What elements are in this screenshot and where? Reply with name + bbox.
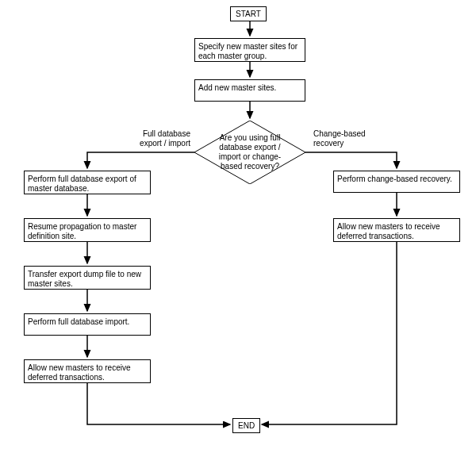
add-text: Add new master sites. [198, 83, 276, 93]
right-branch-label: Change-based recovery [313, 129, 385, 148]
left-step-3: Transfer export dump file to new master … [24, 266, 151, 290]
end-node: END [232, 418, 260, 433]
left-branch-label: Full database export / import [131, 129, 190, 148]
decision-diamond: Are you using full database export / imp… [194, 121, 305, 184]
specify-box: Specify new master sites for each master… [194, 38, 305, 62]
specify-text: Specify new master sites for each master… [198, 42, 301, 61]
left-step-2: Resume propagation to master definition … [24, 218, 151, 242]
right-step-2: Allow new masters to receive deferred tr… [333, 218, 460, 242]
decision-text: Are you using full database export / imp… [214, 133, 286, 171]
left-step-1: Perform full database export of master d… [24, 171, 151, 194]
end-label: END [238, 421, 255, 430]
start-node: START [230, 6, 267, 21]
left-step-4: Perform full database import. [24, 313, 151, 336]
add-box: Add new master sites. [194, 79, 305, 102]
left-step-5: Allow new masters to receive deferred tr… [24, 359, 151, 383]
start-label: START [236, 10, 261, 18]
right-step-1: Perform change-based recovery. [333, 171, 460, 193]
